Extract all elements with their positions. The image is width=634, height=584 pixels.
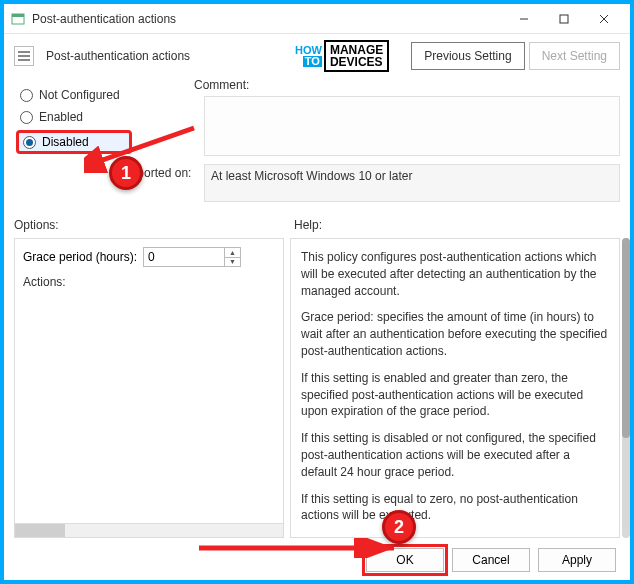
options-panel: Grace period (hours): ▲ ▼ Actions: <box>14 238 284 538</box>
next-setting-button[interactable]: Next Setting <box>529 42 620 70</box>
window-title: Post-authentication actions <box>32 12 504 26</box>
comment-textarea[interactable] <box>204 96 620 156</box>
help-paragraph: Actions: speci actions to take upon expi… <box>301 534 609 538</box>
policy-icon <box>14 46 34 66</box>
help-label: Help: <box>294 218 322 232</box>
app-icon <box>10 11 26 27</box>
apply-button[interactable]: Apply <box>538 548 616 572</box>
supported-on-value: At least Microsoft Windows 10 or later <box>211 169 412 183</box>
options-horizontal-scrollbar[interactable] <box>15 523 283 537</box>
help-paragraph: Grace period: specifies the amount of ti… <box>301 309 609 359</box>
radio-label: Not Configured <box>39 88 120 102</box>
close-button[interactable] <box>584 5 624 33</box>
options-label: Options: <box>14 218 59 232</box>
dialog-button-bar: OK Cancel Apply <box>366 548 616 572</box>
help-paragraph: If this setting is equal to zero, no pos… <box>301 491 609 525</box>
page-vertical-scrollbar[interactable] <box>622 238 630 538</box>
grace-period-input[interactable] <box>144 248 224 266</box>
radio-icon <box>20 89 33 102</box>
grace-period-spinner[interactable]: ▲ ▼ <box>143 247 241 267</box>
radio-icon <box>23 136 36 149</box>
policy-subtitle: Post-authentication actions <box>46 49 190 63</box>
comment-label: Comment: <box>194 78 249 92</box>
svg-rect-1 <box>12 14 24 17</box>
site-logo: HOW TO MANAGE DEVICES <box>295 40 389 72</box>
annotation-callout-1: 1 <box>109 156 143 190</box>
spinner-up-icon[interactable]: ▲ <box>224 248 240 258</box>
radio-disabled[interactable]: Disabled <box>16 130 132 154</box>
spinner-down-icon[interactable]: ▼ <box>224 258 240 267</box>
radio-label: Enabled <box>39 110 83 124</box>
content-area: Not Configured Enabled Disabled Comment:… <box>4 78 630 584</box>
scrollbar-thumb[interactable] <box>622 238 630 438</box>
subheader: Post-authentication actions HOW TO MANAG… <box>4 34 630 78</box>
help-paragraph: If this setting is enabled and greater t… <box>301 370 609 420</box>
actions-label: Actions: <box>23 275 275 289</box>
minimize-button[interactable] <box>504 5 544 33</box>
maximize-button[interactable] <box>544 5 584 33</box>
scrollbar-thumb[interactable] <box>15 524 65 537</box>
previous-setting-button[interactable]: Previous Setting <box>411 42 524 70</box>
radio-label: Disabled <box>42 135 89 149</box>
ok-button[interactable]: OK <box>366 548 444 572</box>
help-paragraph: If this setting is disabled or not confi… <box>301 430 609 480</box>
supported-on-box: At least Microsoft Windows 10 or later <box>204 164 620 202</box>
help-paragraph: This policy configures post-authenticati… <box>301 249 609 299</box>
radio-icon <box>20 111 33 124</box>
help-panel[interactable]: This policy configures post-authenticati… <box>290 238 620 538</box>
titlebar: Post-authentication actions <box>4 4 630 34</box>
annotation-callout-2: 2 <box>382 510 416 544</box>
cancel-button[interactable]: Cancel <box>452 548 530 572</box>
svg-rect-3 <box>560 15 568 23</box>
grace-period-label: Grace period (hours): <box>23 250 137 264</box>
